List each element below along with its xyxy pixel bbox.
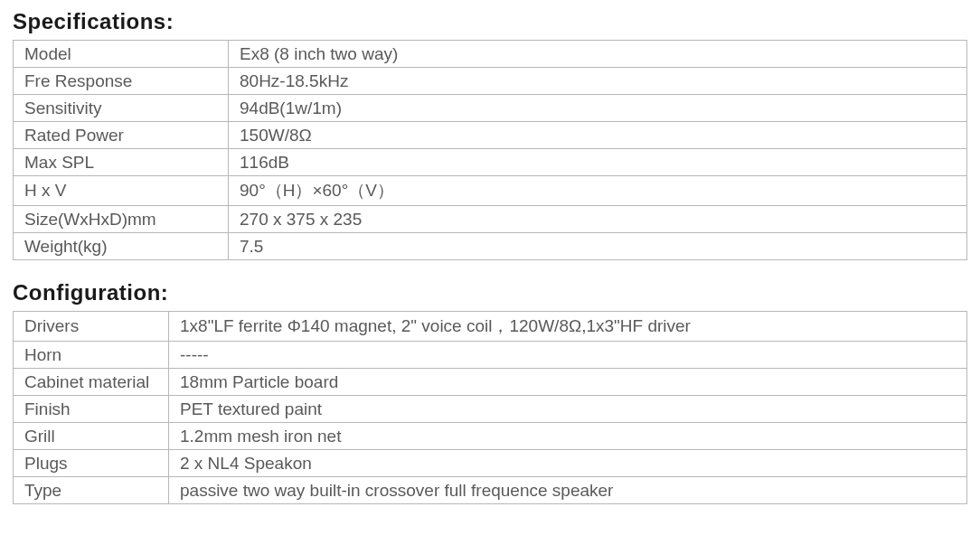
spec-value: 80Hz-18.5kHz xyxy=(229,68,967,95)
table-row: H x V90°（H）×60°（V） xyxy=(14,176,967,206)
cfg-label: Cabinet material xyxy=(14,369,169,396)
cfg-value: passive two way built-in crossover full … xyxy=(169,477,967,504)
table-row: Weight(kg)7.5 xyxy=(14,233,967,260)
cfg-value: 2 x NL4 Speakon xyxy=(169,450,967,477)
table-row: Max SPL116dB xyxy=(14,149,967,176)
table-row: Fre Response80Hz-18.5kHz xyxy=(14,68,967,95)
spec-value: 150W/8Ω xyxy=(229,122,967,149)
specifications-heading: Specifications: xyxy=(13,9,967,34)
cfg-label: Plugs xyxy=(14,450,169,477)
spec-label: H x V xyxy=(14,176,229,206)
table-row: FinishPET textured paint xyxy=(14,396,967,423)
spec-label: Max SPL xyxy=(14,149,229,176)
spec-label: Fre Response xyxy=(14,68,229,95)
cfg-label: Finish xyxy=(14,396,169,423)
table-row: Cabinet material18mm Particle board xyxy=(14,369,967,396)
configuration-heading: Configuration: xyxy=(13,280,967,305)
cfg-value: 1.2mm mesh iron net xyxy=(169,423,967,450)
spec-value: 270 x 375 x 235 xyxy=(229,206,967,233)
table-row: Size(WxHxD)mm270 x 375 x 235 xyxy=(14,206,967,233)
table-row: Horn----- xyxy=(14,342,967,369)
table-row: Typepassive two way built-in crossover f… xyxy=(14,477,967,504)
table-row: Rated Power150W/8Ω xyxy=(14,122,967,149)
table-row: ModelEx8 (8 inch two way) xyxy=(14,41,967,68)
spec-label: Sensitivity xyxy=(14,95,229,122)
cfg-value: 18mm Particle board xyxy=(169,369,967,396)
spec-label: Model xyxy=(14,41,229,68)
spec-label: Rated Power xyxy=(14,122,229,149)
table-row: Drivers1x8"LF ferrite Φ140 magnet, 2" vo… xyxy=(14,312,967,342)
spec-value: 94dB(1w/1m) xyxy=(229,95,967,122)
table-row: Plugs2 x NL4 Speakon xyxy=(14,450,967,477)
table-row: Sensitivity94dB(1w/1m) xyxy=(14,95,967,122)
cfg-value: PET textured paint xyxy=(169,396,967,423)
cfg-label: Grill xyxy=(14,423,169,450)
spec-value: Ex8 (8 inch two way) xyxy=(229,41,967,68)
configuration-table: Drivers1x8"LF ferrite Φ140 magnet, 2" vo… xyxy=(13,311,967,504)
cfg-label: Horn xyxy=(14,342,169,369)
spec-label: Weight(kg) xyxy=(14,233,229,260)
spec-value: 90°（H）×60°（V） xyxy=(229,176,967,206)
cfg-value: 1x8"LF ferrite Φ140 magnet, 2" voice coi… xyxy=(169,312,967,342)
cfg-label: Drivers xyxy=(14,312,169,342)
cfg-value: ----- xyxy=(169,342,967,369)
cfg-label: Type xyxy=(14,477,169,504)
spec-value: 7.5 xyxy=(229,233,967,260)
spec-value: 116dB xyxy=(229,149,967,176)
table-row: Grill1.2mm mesh iron net xyxy=(14,423,967,450)
spec-label: Size(WxHxD)mm xyxy=(14,206,229,233)
specifications-table: ModelEx8 (8 inch two way) Fre Response80… xyxy=(13,40,967,260)
